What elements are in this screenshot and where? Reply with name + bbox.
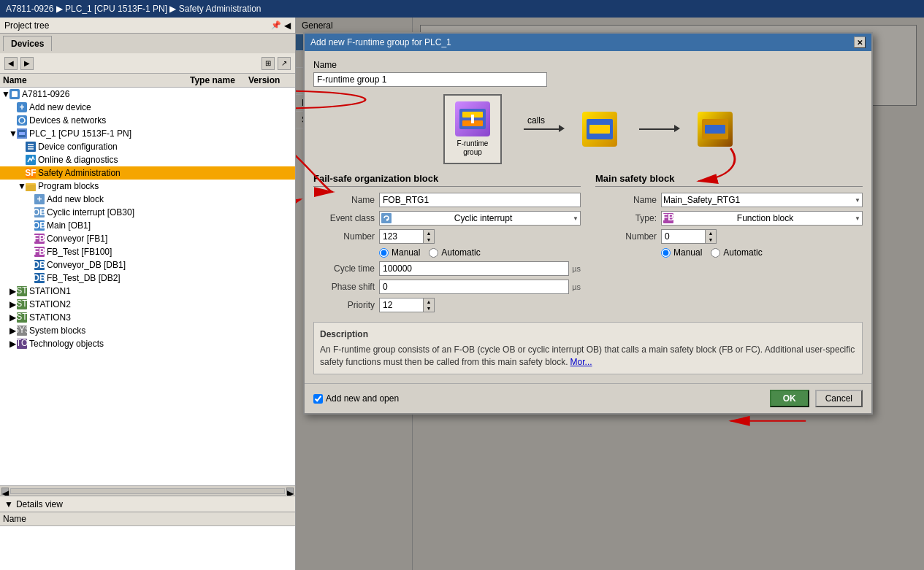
fs-cycle-input[interactable]	[379, 261, 569, 276]
arrow-head2	[674, 125, 680, 132]
project-tree-header: Project tree 📌 ◀	[0, 18, 295, 34]
details-body	[0, 526, 295, 570]
fs-name-row: Name	[313, 193, 581, 207]
fs-priority-up[interactable]: ▲	[424, 299, 434, 305]
fs-name-input[interactable]	[379, 193, 581, 207]
scroll-right[interactable]: ▶	[286, 488, 294, 495]
tree-item-fb-test[interactable]: FB FB_Test [FB100]	[0, 245, 295, 258]
fs-auto-radio[interactable]: Automatic	[429, 247, 480, 258]
tree-item-a7811[interactable]: ▼ A7811-0926	[0, 88, 295, 101]
calls-label: calls	[527, 115, 545, 126]
fs-manual-radio[interactable]: Manual	[379, 247, 420, 258]
safety-admin-content: General ▼F-runtime group F-blocks F-comp…	[296, 18, 924, 570]
fs-event-label: Event class	[313, 213, 379, 223]
plc-icon	[16, 128, 28, 139]
fs-priority-spinner: ▲ ▼	[379, 298, 435, 312]
add-open-checkbox-label[interactable]: Add new and open	[313, 393, 399, 404]
tree-item-conveyor-fb1[interactable]: FB Conveyor [FB1]	[0, 232, 295, 245]
tree-item-plc1[interactable]: ▼ PLC_1 [CPU 1513F-1 PN]	[0, 127, 295, 140]
ms-name-select[interactable]: Main_Safety_RTG1 ▼	[661, 193, 863, 207]
forward-button[interactable]: ▶	[20, 57, 34, 70]
right-panel: General ▼F-runtime group F-blocks F-comp…	[296, 18, 924, 570]
modal-close-button[interactable]: ✕	[854, 36, 866, 48]
modal-overlay: Add new F-runtime group for PLC_1 ✕ Name	[296, 18, 924, 570]
tree-area: ▼ A7811-0926 + Add new device	[0, 88, 295, 485]
event-select-arrow: ▼	[573, 215, 579, 222]
tree-item-safety-admin[interactable]: SF Safety Administration	[0, 166, 295, 180]
back-button[interactable]: ◀	[4, 57, 18, 70]
tree-item-add-block[interactable]: + Add new block	[0, 193, 295, 206]
cancel-button[interactable]: Cancel	[815, 390, 863, 407]
ms-type-label: Type:	[595, 213, 661, 223]
details-header: ▼ Details view	[0, 496, 295, 512]
tree-item-fb-test-db2[interactable]: DB FB_Test_DB [DB2]	[0, 271, 295, 285]
fs-priority-input[interactable]	[379, 298, 423, 312]
add-open-checkbox[interactable]	[313, 394, 323, 404]
fs-priority-down[interactable]: ▼	[424, 305, 434, 312]
fruntime-label: F-runtimegroup	[457, 139, 489, 157]
tree-item-station1[interactable]: ▶ ST STATION1	[0, 285, 295, 298]
modal-more-link[interactable]: Mor...	[570, 357, 592, 367]
modal-icons-row: F-runtimegroup calls	[313, 94, 863, 164]
fs-priority-spinner-btns: ▲ ▼	[423, 298, 435, 312]
tree-item-label: Add new device	[29, 102, 295, 112]
ok-button[interactable]: OK	[770, 390, 809, 407]
ms-type-select[interactable]: FB Function block ▼	[661, 211, 863, 226]
network-icon	[16, 115, 28, 126]
tree-item-online-diag[interactable]: Online & diagnostics	[0, 153, 295, 166]
fs-event-select[interactable]: Cyclic interrupt ▼	[379, 211, 581, 226]
view-options-button[interactable]: ⊞	[261, 57, 275, 70]
content-area: Project tree 📌 ◀ Devices ◀ ▶ ⊞ ↗ Name	[0, 18, 924, 570]
modal-footer-right: OK Cancel	[770, 390, 863, 407]
fs-number-input[interactable]	[379, 229, 423, 244]
tree-item-station3[interactable]: ▶ ST STATION3	[0, 311, 295, 324]
collapse-icon[interactable]: ◀	[284, 20, 291, 31]
tree-item-device-config[interactable]: Device configuration	[0, 140, 295, 153]
tree-item-cyclic-interrupt[interactable]: OB Cyclic interrupt [OB30]	[0, 206, 295, 219]
tree-item-add-device[interactable]: + Add new device	[0, 101, 295, 114]
fob-icon-box	[582, 112, 617, 147]
tree-item-label: Technology objects	[29, 339, 295, 349]
svg-text:+: +	[19, 102, 24, 112]
fb-icon-box	[698, 112, 733, 147]
ms-manual-radio[interactable]: Manual	[661, 247, 702, 258]
col-name: Name	[3, 75, 190, 85]
h-scrollbar[interactable]: ◀ ▶	[0, 485, 295, 496]
fs-number-row: Number ▲ ▼	[313, 229, 581, 244]
tree-item-label: Main [OB1]	[47, 220, 295, 231]
tree-item-station2[interactable]: ▶ ST STATION2	[0, 298, 295, 311]
fs-number-up[interactable]: ▲	[424, 230, 434, 236]
tree-column-headers: Name Type name Version	[0, 74, 295, 88]
fs-phase-input[interactable]	[379, 280, 569, 294]
station-icon: ST	[16, 312, 28, 323]
ms-number-label: Number	[595, 231, 661, 242]
svg-rect-54	[381, 213, 392, 223]
tree-item-conveyor-db1[interactable]: DB Conveyor_DB [DB1]	[0, 258, 295, 271]
tree-item-label: STATION3	[29, 312, 295, 323]
ms-number-input[interactable]	[661, 229, 705, 244]
safety-icon: SF	[25, 167, 37, 179]
main-safety-col: Main safety block Name Main_Safety_RTG1 …	[595, 173, 863, 316]
name-input[interactable]	[313, 72, 547, 87]
tree-item-program-blocks[interactable]: ▼ Program blocks	[0, 180, 295, 193]
devices-tab[interactable]: Devices	[3, 36, 52, 51]
ms-type-row: Type: FB Function block ▼	[595, 211, 863, 226]
scroll-left[interactable]: ◀	[1, 488, 9, 495]
tree-item-system-blocks[interactable]: ▶ SYS System blocks	[0, 324, 295, 337]
details-toggle[interactable]: ▼	[4, 499, 13, 509]
svg-text:ST: ST	[17, 312, 27, 322]
ms-name-arrow: ▼	[855, 197, 860, 204]
ms-auto-radio[interactable]: Automatic	[711, 247, 762, 258]
fs-number-down[interactable]: ▼	[424, 236, 434, 243]
pin-icon[interactable]: 📌	[271, 20, 281, 31]
tree-item-tech-objects[interactable]: ▶ TO Technology objects	[0, 337, 295, 350]
svg-text:OB: OB	[34, 207, 45, 217]
ms-number-down[interactable]: ▼	[706, 236, 716, 243]
tree-item-main-ob1[interactable]: OB Main [OB1]	[0, 219, 295, 232]
export-button[interactable]: ↗	[278, 57, 291, 70]
tree-item-devices-networks[interactable]: Devices & networks	[0, 114, 295, 127]
scroll-track[interactable]	[10, 488, 285, 494]
ms-number-up[interactable]: ▲	[706, 230, 716, 236]
tree-item-label: Program blocks	[38, 181, 295, 191]
left-panel: Project tree 📌 ◀ Devices ◀ ▶ ⊞ ↗ Name	[0, 18, 296, 570]
